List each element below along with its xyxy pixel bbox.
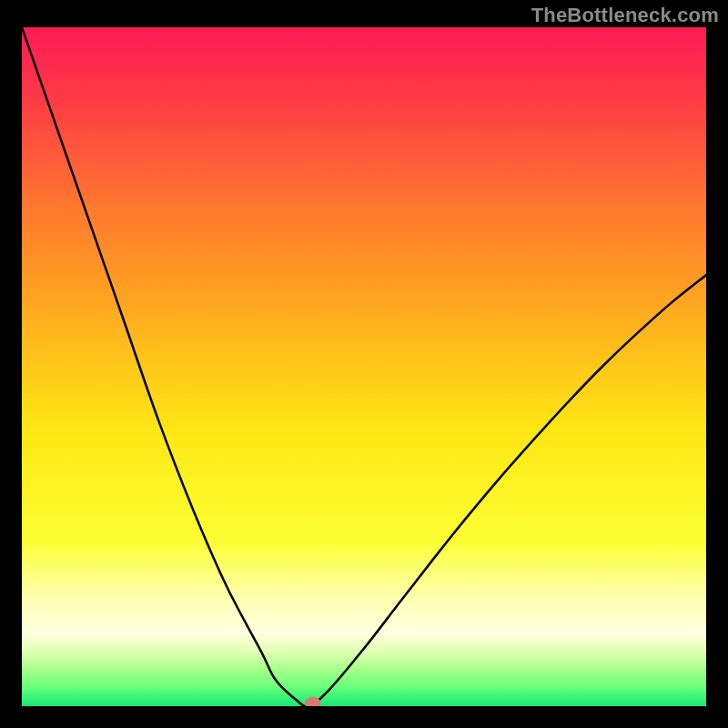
- watermark-text: TheBottleneck.com: [531, 4, 719, 27]
- chart-frame: TheBottleneck.com: [0, 0, 728, 728]
- plot-area: [22, 27, 706, 706]
- bottleneck-curve-chart: [22, 27, 706, 706]
